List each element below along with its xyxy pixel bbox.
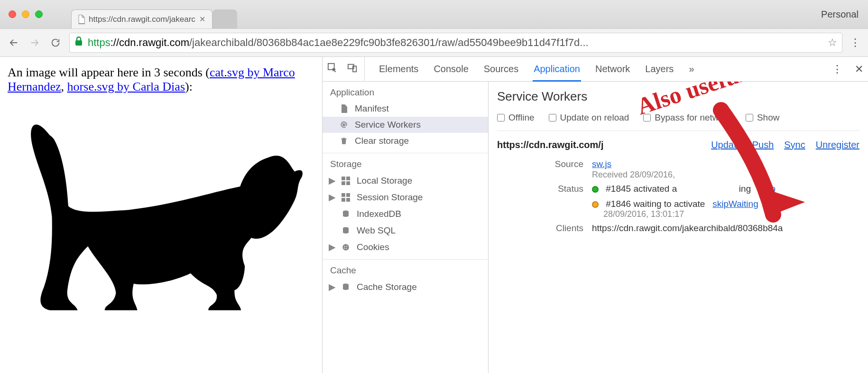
devtools-close-icon[interactable]: ✕ <box>855 63 863 75</box>
tab-console[interactable]: Console <box>433 64 469 75</box>
svg-rect-9 <box>342 193 345 197</box>
action-update[interactable]: Update <box>711 140 742 150</box>
sidebar-section-application: Application <box>323 82 488 101</box>
maximize-window-button[interactable] <box>35 10 43 18</box>
page-text: An image will appear here in 3 seconds (… <box>8 65 314 94</box>
bookmark-star-icon[interactable]: ☆ <box>828 37 837 49</box>
file-icon <box>77 15 85 24</box>
device-toolbar-icon[interactable] <box>347 63 358 75</box>
sidebar-item-cookies[interactable]: ▶ Cookies <box>323 239 488 255</box>
back-button[interactable] <box>7 36 21 50</box>
chevron-right-icon: ▶ <box>329 175 335 186</box>
trash-icon <box>340 137 348 145</box>
web-page-content: An image will appear here in 3 seconds (… <box>0 57 323 373</box>
sidebar-item-clear-storage[interactable]: Clear storage <box>323 133 488 149</box>
tab-close-icon[interactable]: ✕ <box>199 15 205 24</box>
reload-button[interactable] <box>48 36 63 50</box>
label-source: Source <box>497 159 592 180</box>
new-tab-button[interactable] <box>212 9 237 28</box>
devtools-panel: Elements Console Sources Application Net… <box>323 57 868 373</box>
checkbox-bypass-network[interactable]: Bypass for network <box>643 112 731 123</box>
svg-point-18 <box>346 248 347 249</box>
sidebar-item-session-storage[interactable]: ▶ Session Storage <box>323 189 488 205</box>
inspect-element-icon[interactable] <box>327 63 338 75</box>
gear-icon <box>340 121 348 129</box>
service-worker-options: Offline Update on reload Bypass for netw… <box>497 112 859 131</box>
devtools-menu-icon[interactable]: ⋮ <box>832 63 842 75</box>
scope-url: https://cdn.rawgit.com/j <box>497 140 603 150</box>
action-stop[interactable]: stop <box>758 184 776 194</box>
checkbox-offline[interactable]: Offline <box>497 112 535 123</box>
sidebar-item-web-sql[interactable]: ▶ Web SQL <box>323 222 488 239</box>
browser-toolbar: https://cdn.rawgit.com/jakearchibald/803… <box>0 28 868 57</box>
tab-sources[interactable]: Sources <box>483 64 519 75</box>
sidebar-item-local-storage[interactable]: ▶ Local Storage <box>323 172 488 189</box>
source-link[interactable]: sw.js <box>592 159 611 169</box>
chevron-right-icon: ▶ <box>329 242 335 252</box>
source-received: Received 28/09/2016, <box>592 170 675 179</box>
sidebar-section-storage: Storage <box>323 153 488 172</box>
tab-application[interactable]: Application <box>533 64 581 82</box>
panel-title: Service Workers <box>497 89 859 104</box>
status-dot-waiting <box>592 201 599 208</box>
svg-rect-5 <box>342 177 345 180</box>
cookie-icon <box>342 243 350 252</box>
action-skipwaiting[interactable]: skipWaiting <box>712 199 758 209</box>
database-icon <box>342 226 350 235</box>
sidebar-item-service-workers[interactable]: Service Workers <box>323 117 488 133</box>
svg-rect-0 <box>75 40 82 46</box>
svg-rect-6 <box>346 177 350 180</box>
svg-point-19 <box>344 248 345 249</box>
url-host: ://cdn.rawgit.com <box>111 37 189 49</box>
close-window-button[interactable] <box>9 10 16 18</box>
action-push[interactable]: Push <box>752 140 774 150</box>
action-unregister[interactable]: Unregister <box>816 140 859 150</box>
url-path: /jakearchibald/80368b84ac1ae8e229fc90b3f… <box>189 37 589 49</box>
action-sync[interactable]: Sync <box>784 140 805 150</box>
svg-rect-10 <box>346 193 350 197</box>
svg-point-16 <box>344 246 345 247</box>
sidebar-item-cache-storage[interactable]: ▶ Cache Storage <box>323 279 488 295</box>
status-waiting-time: 28/09/2016, 13:01:17 <box>603 209 859 219</box>
chevron-right-icon: ▶ <box>329 281 335 292</box>
tab-elements[interactable]: Elements <box>378 64 419 75</box>
status-waiting-text: #1846 waiting to activate <box>606 199 705 209</box>
lock-icon <box>74 37 83 49</box>
chevron-right-icon: ▶ <box>329 192 335 203</box>
tab-network[interactable]: Network <box>594 64 631 75</box>
status-activated-text: #1845 activated a <box>606 184 677 194</box>
svg-point-17 <box>346 245 347 246</box>
sidebar-section-cache: Cache <box>323 260 488 279</box>
checkbox-update-on-reload[interactable]: Update on reload <box>549 112 629 123</box>
cat-image <box>8 96 314 336</box>
tab-title: https://cdn.rawgit.com/jakearc <box>89 15 195 24</box>
application-sidebar: Application Manifest Service Workers Cle… <box>323 82 489 373</box>
devtools-tabbar: Elements Console Sources Application Net… <box>323 57 868 82</box>
clients-url: https://cdn.rawgit.com/jakearchibald/803… <box>592 223 859 233</box>
browser-tab-active[interactable]: https://cdn.rawgit.com/jakearc ✕ <box>71 9 212 28</box>
status-dot-active <box>592 186 599 193</box>
tab-layers[interactable]: Layers <box>644 64 674 75</box>
profile-label[interactable]: Personal <box>821 9 859 20</box>
forward-button[interactable] <box>28 36 42 50</box>
grid-icon <box>342 193 350 202</box>
browser-menu-button[interactable]: ⋮ <box>849 37 861 49</box>
sidebar-item-indexeddb[interactable]: ▶ IndexedDB <box>323 205 488 222</box>
svg-rect-7 <box>342 181 345 185</box>
sidebar-item-manifest[interactable]: Manifest <box>323 101 488 117</box>
svg-rect-12 <box>346 198 350 202</box>
service-workers-panel: Service Workers Offline Update on reload… <box>489 82 868 373</box>
link-horse-svg[interactable]: horse.svg by Carla Dias <box>67 80 185 93</box>
database-icon <box>342 210 350 218</box>
svg-rect-8 <box>346 181 350 185</box>
minimize-window-button[interactable] <box>22 10 29 18</box>
tabs-overflow[interactable]: » <box>688 64 695 75</box>
address-bar[interactable]: https://cdn.rawgit.com/jakearchibald/803… <box>69 33 842 53</box>
grid-icon <box>342 177 350 185</box>
svg-point-15 <box>342 244 349 251</box>
checkbox-show-all[interactable]: Show <box>746 112 780 123</box>
database-icon <box>342 283 350 291</box>
label-status: Status <box>497 184 592 219</box>
svg-rect-11 <box>342 198 345 202</box>
url-scheme: https <box>88 37 111 49</box>
